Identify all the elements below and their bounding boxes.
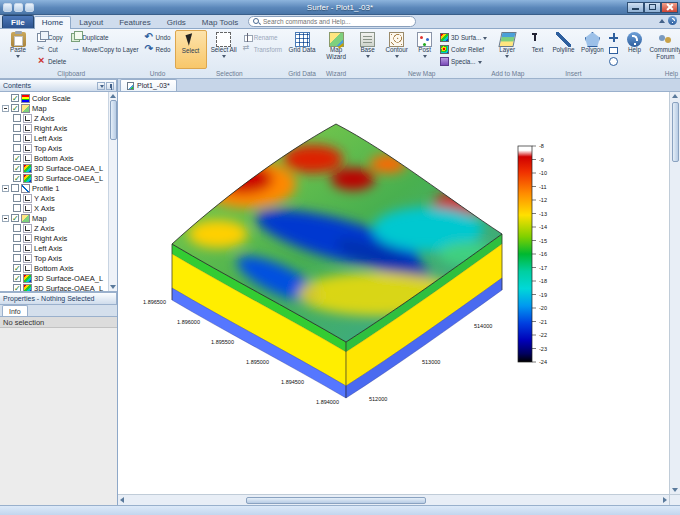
tree-item-top-axis[interactable]: Top Axis bbox=[0, 253, 108, 263]
tree-item-left-axis[interactable]: Left Axis bbox=[0, 243, 108, 253]
select-all-button[interactable]: Select All bbox=[208, 30, 240, 69]
insert-rectangle-button[interactable] bbox=[607, 44, 620, 55]
collapse-icon[interactable] bbox=[2, 215, 9, 222]
document-tab[interactable]: Plot1_-03* bbox=[120, 79, 177, 91]
color-relief-button[interactable]: Color Relief bbox=[438, 44, 489, 55]
scroll-down-icon[interactable] bbox=[110, 285, 116, 289]
horizontal-scrollbar[interactable] bbox=[118, 494, 669, 505]
insert-ellipse-button[interactable] bbox=[607, 56, 620, 67]
tab-info[interactable]: Info bbox=[2, 305, 28, 316]
community-forum-button[interactable]: Community Forum bbox=[647, 30, 680, 69]
checkbox[interactable]: ✓ bbox=[13, 164, 21, 172]
tree-item-3d-surface[interactable]: ✓3D Surface-OAEA_L bbox=[0, 163, 108, 173]
minimize-button[interactable] bbox=[627, 2, 644, 13]
help-button[interactable]: Help bbox=[622, 30, 646, 69]
tree-item-top-axis[interactable]: Top Axis bbox=[0, 143, 108, 153]
insert-text-button[interactable]: Text bbox=[526, 30, 548, 69]
plot-page[interactable]: 1.896500 1.896000 1.895500 1.895000 1.89… bbox=[118, 92, 680, 505]
checkbox[interactable] bbox=[13, 194, 21, 202]
checkbox[interactable]: ✓ bbox=[13, 264, 21, 272]
tree-item-profile[interactable]: Profile 1 bbox=[0, 183, 108, 193]
tree-item-bottom-axis[interactable]: ✓Bottom Axis bbox=[0, 263, 108, 273]
checkbox[interactable] bbox=[13, 234, 21, 242]
scrollbar-thumb[interactable] bbox=[672, 102, 679, 162]
tab-map-tools[interactable]: Map Tools bbox=[194, 15, 246, 28]
checkbox[interactable]: ✓ bbox=[13, 154, 21, 162]
tab-home[interactable]: Home bbox=[34, 16, 71, 29]
scroll-left-icon[interactable] bbox=[120, 497, 124, 503]
checkbox[interactable]: ✓ bbox=[11, 104, 19, 112]
map-wizard-button[interactable]: Map Wizard bbox=[320, 30, 352, 69]
checkbox[interactable]: ✓ bbox=[11, 214, 19, 222]
tree-item-left-axis[interactable]: Left Axis bbox=[0, 133, 108, 143]
grid-data-button[interactable]: Grid Data bbox=[286, 30, 318, 69]
checkbox[interactable] bbox=[13, 124, 21, 132]
color-scale-bar[interactable]: -8 -9 -10 -11 -12 -13 -14 -15 -16 -17 -1… bbox=[518, 143, 547, 365]
tab-layout[interactable]: Layout bbox=[71, 15, 111, 28]
scroll-up-icon[interactable] bbox=[110, 94, 116, 98]
contour-map-button[interactable]: Contour bbox=[382, 30, 411, 69]
add-layer-button[interactable]: Layer bbox=[491, 30, 523, 69]
checkbox[interactable]: ✓ bbox=[13, 284, 21, 292]
vertical-scrollbar[interactable] bbox=[669, 92, 680, 494]
tree-item-map[interactable]: ✓Map bbox=[0, 103, 108, 113]
special-map-button[interactable]: Specia... bbox=[438, 56, 489, 67]
duplicate-button[interactable]: Duplicate bbox=[69, 32, 140, 43]
copy-button[interactable]: Copy bbox=[35, 32, 68, 43]
checkbox[interactable]: ✓ bbox=[13, 174, 21, 182]
checkbox[interactable] bbox=[13, 204, 21, 212]
panel-menu-icon[interactable] bbox=[97, 82, 105, 90]
insert-symbol-button[interactable] bbox=[607, 32, 620, 43]
tab-features[interactable]: Features bbox=[111, 15, 159, 28]
auto-hide-pin-icon[interactable] bbox=[106, 82, 114, 90]
scrollbar-thumb[interactable] bbox=[246, 497, 426, 504]
checkbox[interactable] bbox=[13, 254, 21, 262]
post-map-button[interactable]: Post bbox=[412, 30, 437, 69]
collapse-icon[interactable] bbox=[2, 105, 9, 112]
collapse-icon[interactable] bbox=[2, 185, 9, 192]
tree-scrollbar[interactable] bbox=[108, 92, 117, 291]
checkbox[interactable] bbox=[13, 114, 21, 122]
checkbox[interactable] bbox=[13, 224, 21, 232]
checkbox[interactable] bbox=[13, 134, 21, 142]
move-copy-to-layer-button[interactable]: Move/Copy to Layer bbox=[69, 44, 140, 55]
help-circle-icon[interactable] bbox=[668, 16, 677, 25]
checkbox[interactable]: ✓ bbox=[13, 274, 21, 282]
tree-item-map[interactable]: ✓Map bbox=[0, 213, 108, 223]
transform-button[interactable]: Transform bbox=[241, 44, 284, 55]
tab-grids[interactable]: Grids bbox=[159, 15, 194, 28]
scroll-down-icon[interactable] bbox=[672, 488, 678, 492]
tree-item-3d-surface[interactable]: ✓3D Surface-OAEA_L bbox=[0, 283, 108, 292]
tree-item-right-axis[interactable]: Right Axis bbox=[0, 123, 108, 133]
tree-item-color-scale[interactable]: ✓Color Scale bbox=[0, 93, 108, 103]
scrollbar-thumb[interactable] bbox=[110, 100, 117, 140]
file-tab[interactable]: File bbox=[2, 15, 34, 28]
save-icon[interactable] bbox=[14, 3, 23, 12]
tree-item-right-axis[interactable]: Right Axis bbox=[0, 233, 108, 243]
scroll-right-icon[interactable] bbox=[663, 497, 667, 503]
tree-item-3d-surface[interactable]: ✓3D Surface-OAEA_L bbox=[0, 173, 108, 183]
base-map-button[interactable]: Base bbox=[354, 30, 381, 69]
tree-item-z-axis[interactable]: Z Axis bbox=[0, 223, 108, 233]
select-button[interactable]: Select bbox=[175, 30, 207, 69]
insert-polygon-button[interactable]: Polygon bbox=[578, 30, 606, 69]
paste-button[interactable]: Paste bbox=[2, 30, 34, 69]
maximize-button[interactable] bbox=[644, 2, 661, 13]
undo-button[interactable]: Undo bbox=[143, 32, 173, 43]
collapse-ribbon-icon[interactable] bbox=[659, 19, 665, 23]
tree-item-3d-surface[interactable]: ✓3D Surface-OAEA_L bbox=[0, 273, 108, 283]
rename-button[interactable]: Rename bbox=[241, 32, 284, 43]
tree-item-y-axis[interactable]: Y Axis bbox=[0, 193, 108, 203]
tree-item-z-axis[interactable]: Z Axis bbox=[0, 113, 108, 123]
redo-button[interactable]: Redo bbox=[143, 44, 173, 55]
checkbox[interactable]: ✓ bbox=[11, 94, 19, 102]
scroll-up-icon[interactable] bbox=[672, 94, 678, 98]
delete-button[interactable]: Delete bbox=[35, 56, 68, 67]
tree-item-bottom-axis[interactable]: ✓Bottom Axis bbox=[0, 153, 108, 163]
surface-3d-button[interactable]: 3D Surfa... bbox=[438, 32, 489, 43]
checkbox[interactable] bbox=[13, 244, 21, 252]
insert-polyline-button[interactable]: Polyline bbox=[549, 30, 577, 69]
undo-quick-icon[interactable] bbox=[25, 3, 34, 12]
checkbox[interactable] bbox=[11, 184, 19, 192]
tree-item-x-axis[interactable]: X Axis bbox=[0, 203, 108, 213]
